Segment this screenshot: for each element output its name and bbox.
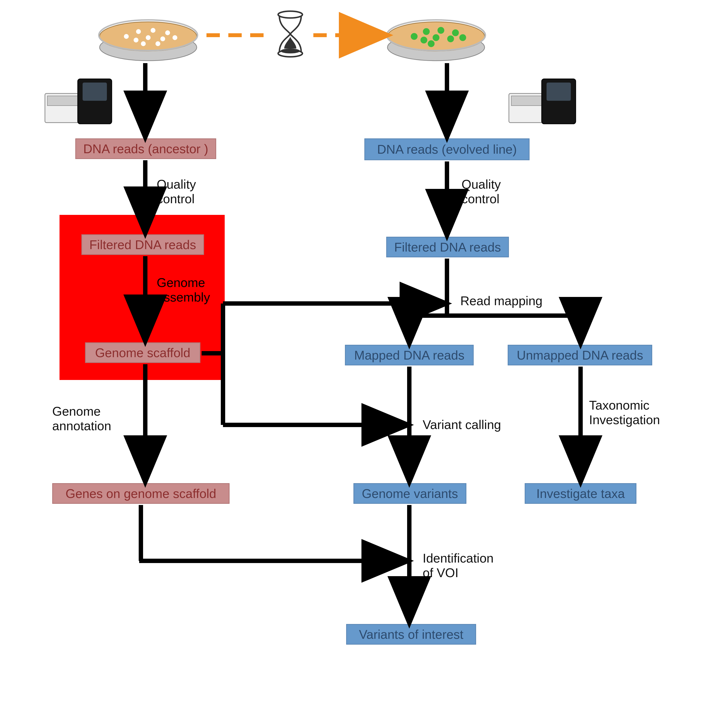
arrows-layer: [0, 0, 728, 716]
